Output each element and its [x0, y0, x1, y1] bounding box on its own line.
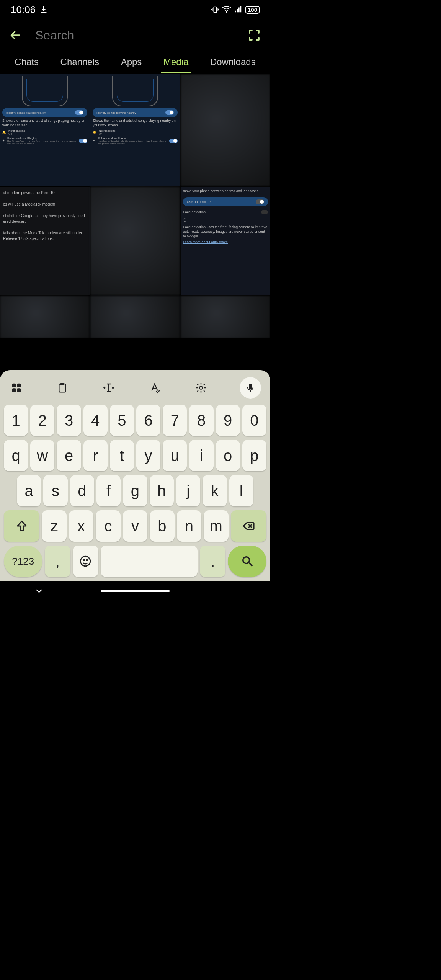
setting-desc: Shows the name and artist of songs playi… [2, 119, 87, 127]
svg-point-10 [83, 559, 85, 561]
key-backspace[interactable] [231, 510, 266, 542]
bell-icon: 🔔 [93, 131, 96, 134]
key-g[interactable]: g [123, 475, 147, 506]
vibrate-icon [211, 5, 219, 14]
article-line: at modem powers the Pixel 10 [3, 190, 87, 196]
key-j[interactable]: j [176, 475, 200, 506]
format-icon[interactable] [147, 381, 162, 395]
mic-button[interactable] [240, 377, 261, 399]
key-period[interactable]: . [200, 546, 225, 577]
media-tile[interactable]: move your phone between portrait and lan… [181, 187, 270, 295]
tab-channels[interactable]: Channels [58, 52, 101, 74]
article-line: ered devices. [3, 219, 87, 224]
key-shift[interactable] [4, 510, 39, 542]
key-a[interactable]: a [17, 475, 41, 506]
qr-scan-icon[interactable] [247, 28, 261, 42]
key-f[interactable]: f [96, 475, 121, 506]
svg-rect-6 [60, 383, 64, 385]
magic-icon: ✦ [2, 139, 5, 142]
article-line: Release 17 5G specifications. [3, 236, 87, 242]
download-icon [39, 5, 48, 14]
clock: 10:06 [11, 4, 36, 16]
key-e[interactable]: e [57, 440, 81, 471]
key-n[interactable]: n [177, 510, 201, 542]
setting-desc: Use Google Search to identify songs not … [98, 140, 167, 145]
setting-label: Enhance Now Playing [7, 137, 77, 140]
tab-chats[interactable]: Chats [12, 52, 41, 74]
toggle-icon [256, 199, 264, 204]
search-header [0, 19, 270, 51]
setting-label: Notifications [8, 129, 25, 132]
key-r[interactable]: r [83, 440, 108, 471]
key-b[interactable]: b [150, 510, 174, 542]
kb-row-zxcv: z x c v b n m [4, 510, 266, 542]
key-s[interactable]: s [43, 475, 67, 506]
key-2[interactable]: 2 [30, 405, 54, 436]
key-4[interactable]: 4 [83, 405, 108, 436]
key-9[interactable]: 9 [216, 405, 240, 436]
svg-point-7 [199, 386, 203, 389]
key-m[interactable]: m [204, 510, 228, 542]
key-c[interactable]: c [96, 510, 120, 542]
media-tile[interactable]: Identify songs playing nearby Shows the … [0, 74, 90, 186]
media-tile[interactable] [181, 296, 270, 338]
chevron-down-icon[interactable] [34, 586, 44, 596]
key-symbols[interactable]: ?123 [4, 546, 42, 577]
svg-rect-2 [17, 384, 21, 387]
media-tile[interactable] [181, 74, 270, 186]
media-tile[interactable]: at modem powers the Pixel 10 es will use… [0, 187, 90, 295]
svg-rect-8 [249, 384, 252, 389]
key-k[interactable]: k [203, 475, 227, 506]
search-input[interactable] [35, 28, 234, 42]
key-1[interactable]: 1 [4, 405, 28, 436]
key-emoji[interactable] [73, 546, 98, 577]
key-search[interactable] [228, 546, 266, 577]
home-handle[interactable] [101, 590, 170, 592]
clipboard-icon[interactable] [55, 381, 70, 395]
kb-row-asdf: a s d f g h j k l [4, 475, 266, 506]
key-u[interactable]: u [163, 440, 187, 471]
tab-apps[interactable]: Apps [119, 52, 144, 74]
key-5[interactable]: 5 [110, 405, 134, 436]
key-q[interactable]: q [4, 440, 28, 471]
media-tile[interactable] [90, 296, 180, 338]
key-i[interactable]: i [189, 440, 213, 471]
kb-mode-icon[interactable] [9, 381, 24, 395]
article-line: nt shift for Google, as they have previo… [3, 213, 87, 219]
text-edit-icon[interactable] [101, 381, 116, 395]
media-tile[interactable] [0, 296, 90, 338]
key-space[interactable] [101, 546, 198, 577]
key-l[interactable]: l [229, 475, 253, 506]
media-tile[interactable]: Identify songs playing nearby Shows the … [90, 74, 180, 186]
settings-icon[interactable] [194, 381, 208, 395]
tab-downloads[interactable]: Downloads [208, 52, 258, 74]
setting-desc: Shows the name and artist of songs playi… [93, 119, 178, 127]
setting-label: Notifications [99, 129, 116, 132]
key-d[interactable]: d [70, 475, 94, 506]
key-x[interactable]: x [69, 510, 93, 542]
key-p[interactable]: p [242, 440, 266, 471]
key-w[interactable]: w [30, 440, 54, 471]
key-0[interactable]: 0 [242, 405, 266, 436]
key-y[interactable]: y [136, 440, 160, 471]
key-z[interactable]: z [42, 510, 66, 542]
key-6[interactable]: 6 [136, 405, 160, 436]
media-tile[interactable] [90, 187, 180, 295]
key-8[interactable]: 8 [189, 405, 213, 436]
tab-media[interactable]: Media [161, 52, 191, 74]
magic-icon: ✦ [93, 139, 95, 142]
key-7[interactable]: 7 [163, 405, 187, 436]
svg-point-9 [81, 556, 91, 566]
key-v[interactable]: v [123, 510, 147, 542]
key-3[interactable]: 3 [57, 405, 81, 436]
setting-state: On [8, 132, 25, 135]
back-arrow-icon[interactable] [9, 29, 21, 41]
key-t[interactable]: t [110, 440, 134, 471]
svg-point-12 [243, 557, 249, 564]
key-comma[interactable]: , [45, 546, 70, 577]
key-o[interactable]: o [216, 440, 240, 471]
keyboard-area: 1 2 3 4 5 6 7 8 9 0 q w e r t y u i o [0, 370, 270, 601]
key-h[interactable]: h [150, 475, 174, 506]
setting-label: Identify songs playing nearby [6, 111, 46, 114]
svg-rect-0 [214, 7, 216, 13]
